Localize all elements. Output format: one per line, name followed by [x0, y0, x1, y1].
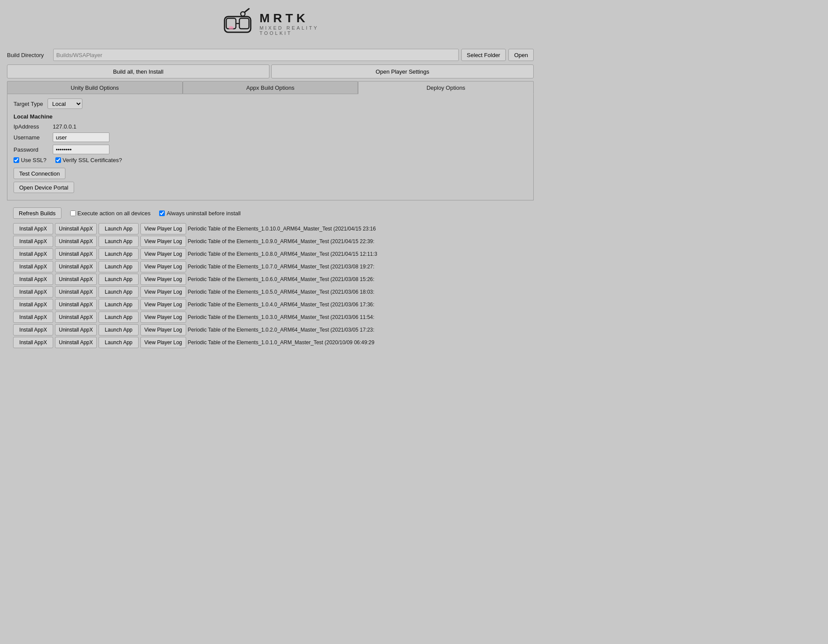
title-main: MRTK: [259, 11, 319, 25]
svg-rect-0: [225, 17, 251, 32]
use-ssl-checkbox-item[interactable]: Use SSL?: [14, 157, 47, 163]
execute-all-devices-label: Execute action on all devices: [78, 210, 151, 217]
uninstall-appx-button[interactable]: Uninstall AppX: [55, 274, 97, 285]
build-row: Install AppXUninstall AppXLaunch AppView…: [13, 299, 528, 310]
always-uninstall-label: Always uninstall before install: [167, 210, 241, 217]
svg-point-5: [241, 12, 245, 16]
install-appx-button[interactable]: Install AppX: [13, 248, 53, 260]
launch-app-button[interactable]: Launch App: [99, 312, 139, 323]
install-appx-button[interactable]: Install AppX: [13, 324, 53, 336]
ip-value: 127.0.0.1: [53, 123, 76, 130]
build-row: Install AppXUninstall AppXLaunch AppView…: [13, 223, 528, 234]
view-player-log-button[interactable]: View Player Log: [140, 248, 186, 260]
install-appx-button[interactable]: Install AppX: [13, 337, 53, 348]
tab-deploy-options[interactable]: Deploy Options: [358, 81, 534, 94]
uninstall-appx-button[interactable]: Uninstall AppX: [55, 286, 97, 298]
build-all-button[interactable]: Build all, then Install: [7, 64, 269, 78]
verify-ssl-checkbox-item[interactable]: Verify SSL Certificates?: [55, 157, 122, 163]
target-type-row: Target Type Local Remote USB: [14, 98, 527, 109]
uninstall-appx-button[interactable]: Uninstall AppX: [55, 324, 97, 336]
execute-all-devices-checkbox[interactable]: [70, 210, 76, 216]
title-sub-line2: TOOLKIT: [259, 31, 319, 36]
svg-point-6: [228, 26, 234, 30]
username-label: Username: [14, 134, 53, 141]
always-uninstall-checkbox[interactable]: [159, 210, 165, 216]
tab-appx-build-options[interactable]: Appx Build Options: [183, 81, 358, 94]
view-player-log-button[interactable]: View Player Log: [140, 286, 186, 298]
build-name: Periodic Table of the Elements_1.0.10.0_…: [188, 226, 528, 232]
view-player-log-button[interactable]: View Player Log: [140, 299, 186, 310]
launch-app-button[interactable]: Launch App: [99, 248, 139, 260]
build-name: Periodic Table of the Elements_1.0.9.0_A…: [188, 238, 528, 244]
uninstall-appx-button[interactable]: Uninstall AppX: [55, 312, 97, 323]
install-appx-button[interactable]: Install AppX: [13, 261, 53, 272]
test-connection-button[interactable]: Test Connection: [14, 168, 65, 179]
main-content: Build Directory Select Folder Open Build…: [0, 44, 541, 353]
select-folder-button[interactable]: Select Folder: [461, 49, 506, 61]
username-input[interactable]: [53, 132, 109, 142]
launch-app-button[interactable]: Launch App: [99, 324, 139, 336]
use-ssl-label: Use SSL?: [21, 157, 47, 163]
view-player-log-button[interactable]: View Player Log: [140, 337, 186, 348]
launch-app-button[interactable]: Launch App: [99, 337, 139, 348]
password-input[interactable]: [53, 145, 109, 154]
view-player-log-button[interactable]: View Player Log: [140, 261, 186, 272]
install-appx-button[interactable]: Install AppX: [13, 223, 53, 234]
uninstall-appx-button[interactable]: Uninstall AppX: [55, 261, 97, 272]
uninstall-appx-button[interactable]: Uninstall AppX: [55, 236, 97, 247]
build-name: Periodic Table of the Elements_1.0.6.0_A…: [188, 276, 528, 282]
build-row: Install AppXUninstall AppXLaunch AppView…: [13, 312, 528, 323]
install-appx-button[interactable]: Install AppX: [13, 312, 53, 323]
launch-app-button[interactable]: Launch App: [99, 299, 139, 310]
builds-controls: Refresh Builds Execute action on all dev…: [13, 207, 528, 219]
build-row: Install AppXUninstall AppXLaunch AppView…: [13, 236, 528, 247]
launch-app-button[interactable]: Launch App: [99, 274, 139, 285]
build-row: Install AppXUninstall AppXLaunch AppView…: [13, 337, 528, 348]
target-type-label: Target Type: [14, 101, 43, 107]
tab-unity-build-options[interactable]: Unity Build Options: [7, 81, 183, 94]
build-row: Install AppXUninstall AppXLaunch AppView…: [13, 261, 528, 272]
svg-rect-2: [239, 18, 249, 29]
deploy-panel: Target Type Local Remote USB Local Machi…: [7, 94, 534, 200]
verify-ssl-label: Verify SSL Certificates?: [63, 157, 122, 163]
view-player-log-button[interactable]: View Player Log: [140, 236, 186, 247]
execute-all-devices-checkbox-item[interactable]: Execute action on all devices: [70, 210, 151, 217]
launch-app-button[interactable]: Launch App: [99, 223, 139, 234]
build-name: Periodic Table of the Elements_1.0.2.0_A…: [188, 327, 528, 333]
open-device-portal-button[interactable]: Open Device Portal: [14, 182, 74, 193]
ip-label: IpAddress: [14, 123, 53, 130]
install-appx-button[interactable]: Install AppX: [13, 299, 53, 310]
open-button[interactable]: Open: [508, 49, 534, 61]
password-label: Password: [14, 146, 53, 153]
target-type-select[interactable]: Local Remote USB: [48, 98, 82, 109]
uninstall-appx-button[interactable]: Uninstall AppX: [55, 223, 97, 234]
open-player-settings-button[interactable]: Open Player Settings: [271, 64, 534, 78]
build-row: Install AppXUninstall AppXLaunch AppView…: [13, 274, 528, 285]
ip-address-row: IpAddress 127.0.0.1: [14, 123, 527, 130]
build-name: Periodic Table of the Elements_1.0.8.0_A…: [188, 251, 528, 257]
view-player-log-button[interactable]: View Player Log: [140, 324, 186, 336]
launch-app-button[interactable]: Launch App: [99, 236, 139, 247]
refresh-builds-button[interactable]: Refresh Builds: [13, 207, 61, 219]
app-header: MRTK MIXED REALITY TOOLKIT: [0, 0, 541, 44]
build-directory-input[interactable]: [53, 49, 459, 61]
mrtk-logo-icon: [222, 8, 253, 39]
app-title: MRTK MIXED REALITY TOOLKIT: [259, 11, 319, 36]
launch-app-button[interactable]: Launch App: [99, 261, 139, 272]
build-list: Install AppXUninstall AppXLaunch AppView…: [13, 223, 528, 348]
install-appx-button[interactable]: Install AppX: [13, 286, 53, 298]
install-appx-button[interactable]: Install AppX: [13, 236, 53, 247]
launch-app-button[interactable]: Launch App: [99, 286, 139, 298]
install-appx-button[interactable]: Install AppX: [13, 274, 53, 285]
uninstall-appx-button[interactable]: Uninstall AppX: [55, 299, 97, 310]
verify-ssl-checkbox[interactable]: [55, 157, 61, 163]
use-ssl-checkbox[interactable]: [14, 157, 19, 163]
password-row: Password: [14, 145, 527, 154]
build-row: Install AppXUninstall AppXLaunch AppView…: [13, 286, 528, 298]
always-uninstall-checkbox-item[interactable]: Always uninstall before install: [159, 210, 241, 217]
view-player-log-button[interactable]: View Player Log: [140, 312, 186, 323]
uninstall-appx-button[interactable]: Uninstall AppX: [55, 248, 97, 260]
uninstall-appx-button[interactable]: Uninstall AppX: [55, 337, 97, 348]
view-player-log-button[interactable]: View Player Log: [140, 274, 186, 285]
view-player-log-button[interactable]: View Player Log: [140, 223, 186, 234]
